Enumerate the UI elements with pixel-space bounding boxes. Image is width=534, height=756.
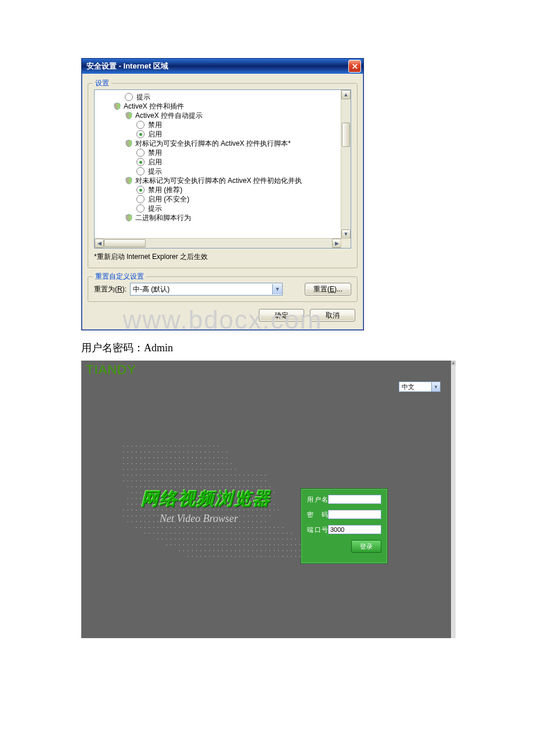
radio-icon[interactable] [136,121,145,129]
scroll-corner [341,238,351,248]
setting-option[interactable]: 禁用 [97,120,339,129]
setting-category: 二进制和脚本行为 [97,213,339,222]
setting-label: 提示 [148,204,162,213]
scroll-down-icon[interactable]: ▼ [341,229,351,239]
scroll-up-icon[interactable]: ▲ [451,361,456,365]
login-page: TIANDY 中文 ▼ ▲ ....................... ..… [81,361,456,638]
language-select[interactable]: 中文 ▼ [399,381,441,392]
setting-option[interactable]: 禁用 (推荐) [97,185,339,195]
dot-line: .................................. [122,471,290,477]
settings-legend: 设置 [93,78,111,88]
reset-button[interactable]: 重置(E)... [305,283,351,296]
setting-option[interactable]: 启用 [97,129,339,139]
radio-icon[interactable] [136,195,145,203]
dot-line: .................................. [122,477,290,483]
hero-subtitle: Net Video Browser [160,513,238,525]
scroll-up-icon[interactable]: ▲ [341,90,351,99]
radio-icon[interactable] [136,158,145,166]
password-input[interactable] [328,510,381,519]
scroll-track[interactable] [341,99,351,229]
dialog-body: 设置 提示ActiveX 控件和插件ActiveX 控件自动提示禁用启用对标记为… [82,74,363,330]
username-input[interactable] [328,495,381,504]
dot-line: ........................... [122,465,290,471]
scroll-left-icon[interactable]: ◀ [95,239,104,248]
setting-label: 禁用 (推荐) [148,185,182,195]
setting-option[interactable]: 禁用 [97,148,339,157]
page-vertical-scrollbar[interactable]: ▲ [451,361,456,638]
setting-option[interactable]: 启用 [97,157,339,167]
setting-label: 对标记为可安全执行脚本的 ActiveX 控件执行脚本* [135,139,291,148]
reset-groupbox: 重置自定义设置 重置为(R): 中-高 (默认) ▼ 重置(E)... [88,276,358,302]
titlebar-text: 安全设置 - Internet 区域 [86,61,168,71]
horizontal-scrollbar[interactable]: ◀ ▶ [95,238,341,248]
setting-label: 启用 [148,157,162,167]
dot-line: ......................... [122,453,290,459]
reset-level-value: 中-高 (默认) [133,285,169,294]
radio-icon[interactable] [136,186,145,194]
radio-icon[interactable] [136,204,145,213]
dot-line: ................................ [122,541,290,546]
setting-option[interactable]: 提示 [97,167,339,176]
login-topbar: TIANDY [81,361,456,381]
setting-label: 禁用 [148,120,162,129]
reset-level-select[interactable]: 中-高 (默认) ▼ [130,283,283,296]
setting-option[interactable]: 提示 [97,204,339,213]
scroll-right-icon[interactable]: ▶ [332,239,341,248]
settings-list: 提示ActiveX 控件和插件ActiveX 控件自动提示禁用启用对标记为可安全… [94,89,351,249]
hero-title: 网络视频浏览器 [141,487,271,511]
port-label: 端口号 [307,525,328,534]
setting-category: ActiveX 控件和插件 [97,102,339,111]
username-row: 用户名 [307,495,381,504]
login-panel: 用户名 密 码 端口号 登录 [301,488,388,564]
setting-category: 对标记为可安全执行脚本的 ActiveX 控件执行脚本* [97,139,339,148]
password-label: 密 码 [307,510,328,519]
port-row: 端口号 [307,525,381,534]
dialog-actions: 确定 取消 [88,302,358,324]
setting-category: 对未标记为可安全执行脚本的 ActiveX 控件初始化并执 [97,176,339,185]
vertical-scrollbar[interactable]: ▲ ▼ [341,90,351,239]
radio-icon[interactable] [136,130,145,138]
dot-line: ............................. [122,546,290,552]
shield-icon [125,139,133,147]
setting-label: 二进制和脚本行为 [135,213,191,222]
shield-icon [125,111,133,120]
settings-tree: 提示ActiveX 控件和插件ActiveX 控件自动提示禁用启用对标记为可安全… [95,90,341,239]
username-label: 用户名 [307,495,328,504]
login-button[interactable]: 登录 [351,540,381,553]
setting-label: 提示 [148,167,162,176]
password-row: 密 码 [307,510,381,519]
close-button[interactable]: ✕ [348,60,361,73]
cancel-button[interactable]: 取消 [310,309,355,322]
chevron-down-icon: ▼ [431,382,440,391]
radio-icon[interactable] [125,93,133,101]
setting-label: 禁用 [148,148,162,157]
dot-line: ......................... [122,448,290,453]
dot-line: ................................. [122,535,290,541]
setting-label: ActiveX 控件自动提示 [135,111,203,120]
scroll-thumb[interactable] [104,239,146,247]
ok-button[interactable]: 确定 [259,309,304,322]
chevron-down-icon: ▼ [272,284,282,294]
setting-label: 启用 [148,129,162,139]
titlebar[interactable]: 安全设置 - Internet 区域 ✕ [82,59,363,74]
setting-label: 对未标记为可安全执行脚本的 ActiveX 控件初始化并执 [135,176,302,185]
scroll-track[interactable] [104,239,332,248]
scroll-thumb[interactable] [342,123,350,147]
setting-option[interactable]: 启用 (不安全) [97,195,339,204]
shield-icon [125,177,133,185]
close-icon: ✕ [352,62,358,71]
shield-icon [113,102,121,110]
credentials-caption: 用户名密码：Admin [81,341,453,355]
dot-line: ................................... [122,529,290,535]
setting-label: 启用 (不安全) [148,195,189,204]
security-settings-dialog: 安全设置 - Internet 区域 ✕ 设置 提示ActiveX 控件和插件A… [81,58,364,330]
restart-footnote: *重新启动 Internet Explorer 之后生效 [94,252,351,262]
radio-icon[interactable] [136,167,145,175]
port-input[interactable] [328,525,381,534]
setting-label: ActiveX 控件和插件 [124,102,184,111]
setting-category: ActiveX 控件自动提示 [97,111,339,120]
dot-line: ....................... [122,442,290,448]
setting-option[interactable]: 提示 [97,92,339,102]
brand-logo: TIANDY [86,362,136,377]
radio-icon[interactable] [136,149,145,157]
